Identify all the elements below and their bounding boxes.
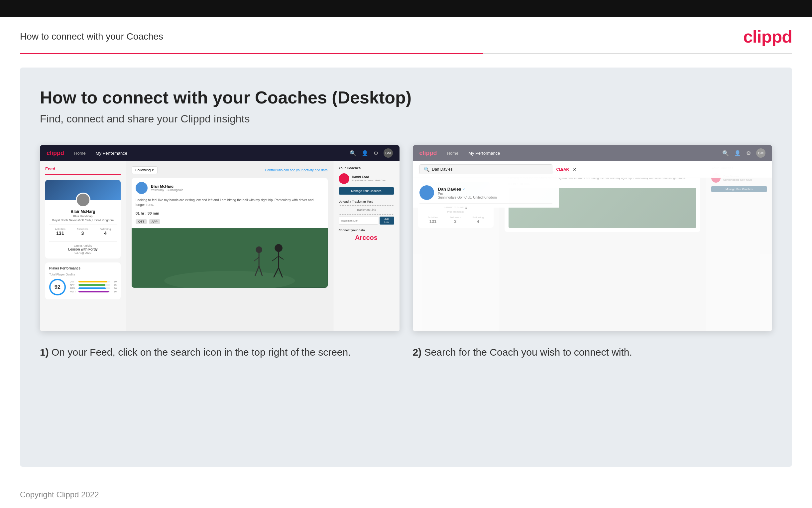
header: How to connect with your Coaches clippd [0,17,812,53]
bar-app: APP 85 [70,284,117,286]
profile-card-1: Blair McHarg Plus Handicap Royal North D… [45,180,121,258]
nav-my-performance-2: My Performance [468,151,500,156]
trackman-title: Upload a Trackman Test [339,200,394,203]
manage-coaches-button[interactable]: Manage Your Coaches [339,187,394,195]
app-content-1: Feed Blair McHarg Plus Handicap Royal No… [40,161,399,331]
settings-icon[interactable]: ⚙ [374,150,378,156]
search-input-container[interactable]: 🔍 Dan Davies [420,164,553,174]
stat-followers: Followers 3 [77,227,88,236]
coach-name-1: David Ford [352,175,386,179]
main-content: How to connect with your Coaches (Deskto… [20,68,792,467]
coaches-title-1: Your Coaches [339,166,394,170]
footer: Copyright Clippd 2022 [0,480,812,508]
page-title: How to connect with your Coaches [20,31,163,42]
search-icon[interactable]: 🔍 [350,150,356,156]
nav-avatar-1[interactable]: BM [384,149,393,158]
screenshot-frame-1: clippd Home My Performance 🔍 👤 ⚙ BM Feed [40,145,399,331]
stat-activities: Activities 131 [55,227,65,236]
app-sidebar-1: Feed Blair McHarg Plus Handicap Royal No… [40,161,126,331]
tag-ott: OTT [136,219,147,224]
perf-bars: OTT 90 APP 85 [70,281,117,294]
nav-home-1[interactable]: Home [74,151,86,156]
search-query-text: Dan Davies [432,167,453,172]
user-icon-2: 👤 [734,150,741,156]
search-result-item-1[interactable]: Dan Davies ✓ Pro Sunningdale Golf Club, … [420,182,553,204]
perf-score: 92 [49,279,66,295]
caption-text-1: On your Feed, click on the search icon i… [51,347,351,357]
search-clear-button[interactable]: CLEAR [557,167,569,171]
trackman-add-button[interactable]: Add Link [380,217,394,224]
profile-stats: Activities 131 Followers 3 Following [49,224,117,239]
profile-info: Blair McHarg Plus Handicap Royal North D… [45,200,121,258]
search-result-role: Pro [438,192,497,196]
app-feed-1: Following ▾ Control who can see your act… [126,161,333,331]
profile-handicap: Plus Handicap [49,215,117,218]
screenshot-frame-2: clippd Home My Performance 🔍 👤 ⚙ BM Feed [413,145,772,331]
svg-point-8 [255,247,262,253]
profile-avatar [76,193,90,207]
search-result-club: Sunningdale Golf Club, United Kingdom [438,196,497,199]
trackman-input-row: Add Link [339,217,394,224]
app-navbar-1: clippd Home My Performance 🔍 👤 ⚙ BM [40,145,399,161]
nav-home-2: Home [447,151,459,156]
search-result-name: Dan Davies [438,186,461,192]
trackman-input[interactable] [339,217,378,224]
golf-course-svg [132,228,328,288]
feed-text: Looking to feel like my hands are exitin… [132,198,328,211]
nav-my-performance-1[interactable]: My Performance [96,151,127,156]
app-coaches-1: Your Coaches David Ford Royal North Devo… [333,161,399,331]
bar-putt: PUTT 96 [70,290,117,293]
section-subtitle: Find, connect and share your Clippd insi… [40,113,772,125]
coach-info-1: David Ford Royal North Devon Golf Club [352,175,386,182]
nav-icons-1: 🔍 👤 ⚙ BM [350,149,393,158]
coach-club-1: Royal North Devon Golf Club [352,179,386,182]
search-close-button[interactable]: × [573,166,576,173]
feed-avatar [136,182,148,194]
perf-circle-row: 92 OTT 90 APP [49,279,117,295]
search-result-avatar-1 [420,185,434,200]
search-overlay: 🔍 Dan Davies CLEAR × Dan Davies [413,161,772,331]
user-icon[interactable]: 👤 [362,150,368,156]
search-result-info-1: Dan Davies ✓ Pro Sunningdale Golf Club, … [438,186,497,199]
trackman-section: Upload a Trackman Test Trackman Link Add… [339,200,394,224]
screenshot-col-2: clippd Home My Performance 🔍 👤 ⚙ BM Feed [413,145,772,359]
tag-app: APP [149,219,160,224]
caption-1: 1) On your Feed, click on the search ico… [40,345,399,359]
nav-avatar-2: BM [756,149,765,158]
feed-post-1: Blair McHarg Yesterday · Sunningdale Loo… [132,178,328,288]
clippd-logo: clippd [743,27,792,47]
search-results: Dan Davies ✓ Pro Sunningdale Golf Club, … [413,178,559,208]
bar-arg: ARG 86 [70,287,117,289]
header-divider [20,53,792,54]
caption-number-1: 1) [40,347,49,357]
following-row: Following ▾ Control who can see your act… [132,166,328,174]
feed-post-header: Blair McHarg Yesterday · Sunningdale [132,178,328,198]
arccos-logo: Arccos [339,234,394,242]
stat-following: Following 4 [100,227,111,236]
search-result-name-row: Dan Davies ✓ [438,186,497,192]
settings-icon-2: ⚙ [746,150,751,156]
feed-author-info: Blair McHarg Yesterday · Sunningdale [151,184,183,192]
bar-ott: OTT 90 [70,281,117,283]
coach-avatar-1 [339,173,349,184]
app-navbar-2: clippd Home My Performance 🔍 👤 ⚙ BM [413,145,772,161]
profile-banner [45,180,121,200]
svg-point-2 [275,244,283,252]
section-title: How to connect with your Coaches (Deskto… [40,87,772,108]
connect-data-title: Connect your data [339,228,394,232]
caption-number-2: 2) [413,347,422,357]
search-bar: 🔍 Dan Davies CLEAR × [413,161,772,178]
app-logo-2: clippd [420,150,437,157]
search-icon-sm: 🔍 [424,167,429,172]
caption-2: 2) Search for the Coach you wish to conn… [413,345,772,359]
profile-location: Royal North Devon Golf Club, United King… [49,219,117,222]
perf-card: Player Performance Total Player Quality … [45,262,121,299]
app-logo-1: clippd [47,150,64,157]
following-button[interactable]: Following ▾ [132,166,157,174]
control-link[interactable]: Control who can see your activity and da… [265,168,327,172]
search-icon-2: 🔍 [722,150,729,156]
feed-tab[interactable]: Feed [45,166,121,175]
nav-icons-2: 🔍 👤 ⚙ BM [722,149,765,158]
feed-image [132,228,328,288]
caption-text-2: Search for the Coach you wish to connect… [424,347,632,357]
